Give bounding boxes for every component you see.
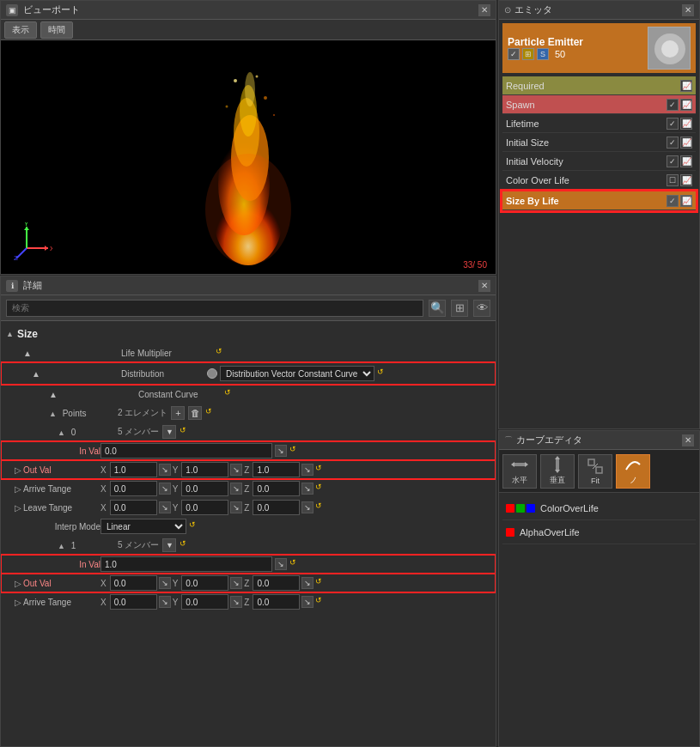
color-dot-blue	[527, 504, 535, 513]
point0-outval-reset[interactable]: ↺	[315, 464, 327, 476]
point1-arrive-x-input[interactable]	[110, 594, 157, 610]
point0-leave-y-input[interactable]	[181, 500, 228, 515]
module-color-over-life[interactable]: Color Over Life ☐ 📈	[502, 171, 696, 190]
color-over-life-item[interactable]: ColorOverLife	[502, 496, 696, 520]
eye-button[interactable]: 👁	[473, 300, 490, 317]
emitter-name: Particle Emitter	[508, 36, 642, 48]
point0-outval-x-arrow[interactable]: ↘	[159, 464, 171, 476]
point1-arrive-y-input[interactable]	[181, 594, 228, 610]
svg-marker-27	[555, 456, 560, 459]
module-spawn-check[interactable]: ✓	[667, 99, 679, 111]
search-input[interactable]	[6, 300, 423, 317]
point0-interp-label: Interp Mode	[6, 522, 100, 531]
constant-curve-row: ▲ Constant Curve ↺	[1, 385, 496, 404]
life-multiplier-reset[interactable]: ↺	[216, 347, 228, 359]
point1-inval-input[interactable]	[100, 556, 272, 572]
horizontal-button[interactable]: 水平	[502, 454, 537, 489]
point0-outval-z-arrow[interactable]: ↘	[301, 464, 313, 476]
display-button[interactable]: 表示	[4, 21, 37, 39]
points-delete-button[interactable]: 🗑	[188, 406, 202, 420]
alpha-over-life-label: AlphaOverLife	[520, 527, 692, 537]
svg-point-22	[661, 40, 679, 58]
module-lifetime-check[interactable]: ✓	[667, 118, 679, 130]
curve-editor-toolbar: 水平 垂直 Fit ノ	[499, 450, 699, 493]
module-lifetime-graph[interactable]: 📈	[680, 118, 692, 130]
point0-dropdown-button[interactable]: ▼	[162, 425, 176, 439]
point0-arrive-y-input[interactable]	[181, 481, 228, 496]
emitter-title: エミッタ	[514, 3, 679, 16]
point0-arrive-x-input[interactable]	[110, 481, 157, 496]
module-size-by-life-check[interactable]: ✓	[667, 195, 679, 207]
distribution-reset[interactable]: ↺	[377, 367, 389, 380]
module-color-over-life-graph[interactable]: 📈	[680, 174, 692, 186]
vertical-button[interactable]: 垂直	[540, 454, 575, 489]
module-initial-size-check[interactable]: ✓	[667, 137, 679, 149]
module-initial-velocity-graph[interactable]: 📈	[680, 155, 692, 167]
grid-view-button[interactable]: ⊞	[451, 300, 468, 317]
point1-inval-reset[interactable]: ↺	[289, 558, 301, 570]
point0-arrive-z-input[interactable]	[253, 481, 300, 496]
fire-effect	[197, 64, 300, 270]
point0-outval-z-input[interactable]	[253, 462, 300, 477]
point0-inval-arrow[interactable]: ↘	[275, 445, 287, 457]
size-arrow: ▲	[6, 330, 14, 338]
constant-curve-label: Constant Curve	[138, 390, 224, 399]
point0-leave-row: ▷ Leave Tange X ↘ Y ↘ Z ↘ ↺	[1, 498, 496, 517]
module-lifetime[interactable]: Lifetime ✓ 📈	[502, 114, 696, 133]
color-over-life-label: ColorOverLife	[540, 503, 692, 513]
point0-inval-input[interactable]	[100, 443, 272, 459]
viewport-titlebar: ▣ ビューポート ✕	[1, 1, 496, 20]
search-button[interactable]: 🔍	[429, 300, 446, 317]
time-button[interactable]: 時間	[40, 21, 73, 39]
point1-outval-x-input[interactable]	[110, 575, 157, 591]
module-initial-size[interactable]: Initial Size ✓ 📈	[502, 133, 696, 152]
curve-list: ColorOverLife AlphaOverLife	[499, 493, 699, 548]
point0-reset[interactable]: ↺	[180, 426, 192, 438]
curve-editor-close-button[interactable]: ✕	[682, 434, 694, 446]
module-size-by-life-graph[interactable]: 📈	[680, 195, 692, 207]
module-size-by-life[interactable]: Size By Life ✓ 📈	[502, 191, 696, 210]
module-required[interactable]: Required 📈	[502, 76, 696, 95]
emitter-checkbox2[interactable]: ⊞	[522, 48, 534, 60]
alpha-over-life-item[interactable]: AlphaOverLife	[502, 520, 696, 544]
constant-curve-reset[interactable]: ↺	[224, 388, 236, 400]
emitter-close-button[interactable]: ✕	[682, 4, 694, 16]
point1-inval-arrow[interactable]: ↘	[275, 558, 287, 570]
point0-outval-y-arrow[interactable]: ↘	[230, 464, 242, 476]
svg-text:Y: Y	[24, 222, 29, 228]
point0-outval-y-input[interactable]	[181, 462, 228, 477]
point0-leave-z-input[interactable]	[253, 500, 300, 515]
points-reset[interactable]: ↺	[205, 407, 217, 419]
point1-reset[interactable]: ↺	[180, 539, 192, 551]
point0-outval-x-input[interactable]	[110, 462, 157, 477]
module-required-graph[interactable]: 📈	[680, 80, 692, 92]
life-multiplier-value: ↺	[216, 347, 490, 359]
module-spawn-graph[interactable]: 📈	[680, 99, 692, 111]
emitter-checkbox3[interactable]: S	[537, 48, 549, 60]
points-add-button[interactable]: +	[171, 406, 185, 420]
point1-label: 1	[71, 541, 76, 550]
details-close-button[interactable]: ✕	[478, 280, 490, 292]
curve-editor-titlebar: ⌒ カーブエディタ ✕	[499, 431, 699, 450]
point1-outval-z-input[interactable]	[253, 575, 300, 591]
point1-outval-y-input[interactable]	[181, 575, 228, 591]
emitter-checkbox1[interactable]: ✓	[508, 48, 520, 60]
extra-curve-button[interactable]: ノ	[616, 454, 650, 489]
module-color-over-life-check[interactable]: ☐	[667, 174, 679, 186]
viewport-close-button[interactable]: ✕	[478, 4, 490, 16]
point1-dropdown-button[interactable]: ▼	[162, 538, 176, 552]
distribution-dropdown[interactable]: Distribution Vector Constant Curve	[220, 366, 374, 381]
module-initial-velocity[interactable]: Initial Velocity ✓ 📈	[502, 152, 696, 171]
point0-inval-reset[interactable]: ↺	[289, 445, 301, 457]
point1-arrive-z-input[interactable]	[253, 594, 300, 610]
alpha-over-life-dots	[506, 528, 514, 537]
module-spawn[interactable]: Spawn ✓ 📈	[502, 95, 696, 114]
emitter-header: Particle Emitter ✓ ⊞ S 50	[502, 23, 696, 73]
module-initial-size-graph[interactable]: 📈	[680, 137, 692, 149]
module-initial-velocity-check[interactable]: ✓	[667, 155, 679, 167]
interp-mode-dropdown[interactable]: Linear	[100, 519, 186, 534]
size-section-header[interactable]: ▲ Size	[1, 325, 496, 343]
fit-button[interactable]: Fit	[578, 454, 612, 489]
point0-leave-x-input[interactable]	[110, 500, 157, 515]
point1-arrive-row: ▷ Arrive Tange X ↘ Y ↘ Z ↘ ↺	[1, 592, 496, 611]
